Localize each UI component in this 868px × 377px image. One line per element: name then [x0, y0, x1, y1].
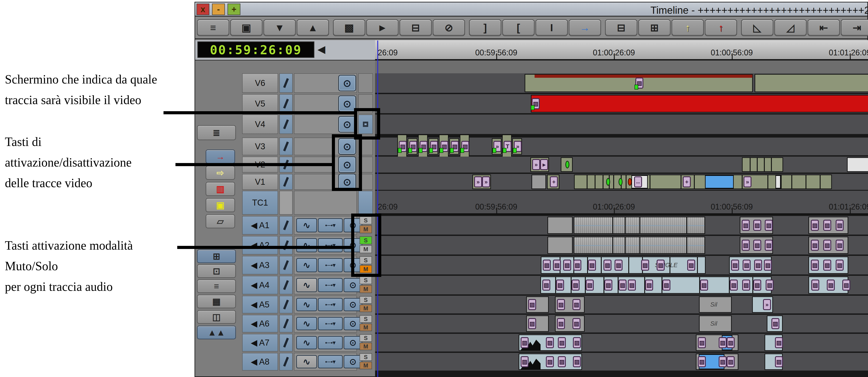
- track-name-A1[interactable]: ◀ A1: [242, 216, 278, 234]
- effect-icon[interactable]: ▨: [557, 299, 565, 310]
- timeline-clip[interactable]: ▨: [460, 134, 469, 158]
- effect-icon[interactable]: ▨: [556, 280, 564, 291]
- effect-icon[interactable]: ▨: [698, 356, 706, 367]
- solo-button-A4[interactable]: S: [360, 276, 372, 284]
- effect-icon[interactable]: ▨: [528, 299, 536, 310]
- automation-gain-button-A4[interactable]: ▪─▪▾: [318, 278, 343, 292]
- timeline-ruler[interactable]: 26:0900:59:56:0901:00:26:0901:00:56:0901…: [375, 40, 868, 60]
- effect-icon[interactable]: ▨: [823, 220, 831, 231]
- effect-icon[interactable]: ▨: [430, 141, 438, 152]
- effect-icon[interactable]: ▨: [842, 280, 850, 291]
- track-lane-A2[interactable]: ▨▨▨▨▨▨: [375, 236, 868, 254]
- effect-icon[interactable]: ▨: [753, 220, 761, 231]
- step-up-button[interactable]: ▲: [297, 19, 329, 36]
- track-lane-V4[interactable]: [375, 115, 868, 134]
- effect-icon[interactable]: ▨: [532, 98, 540, 109]
- timeline-clip[interactable]: ▨: [525, 74, 753, 92]
- waveform-button-A8[interactable]: ∿: [296, 355, 317, 368]
- track-patch-cell-A4[interactable]: [279, 276, 293, 294]
- track-name-V5[interactable]: V5: [242, 94, 278, 113]
- timeline-clip[interactable]: ▨▨: [555, 315, 585, 332]
- track-name-A2[interactable]: ◀ A2: [242, 236, 278, 254]
- track-name-V6[interactable]: V6: [242, 73, 278, 93]
- effect-icon[interactable]: ▨: [451, 141, 459, 152]
- waveform-button-A2[interactable]: ∿: [296, 238, 317, 252]
- timecode-marker-icon[interactable]: ◀: [317, 43, 325, 55]
- track-patch-cell-V3[interactable]: [279, 137, 293, 155]
- timeline-clip[interactable]: ▨: [526, 296, 549, 313]
- effect-icon[interactable]: ▨: [641, 260, 649, 271]
- effect-icon[interactable]: ▨: [521, 337, 529, 348]
- timeline-clip[interactable]: ▨▨▨: [808, 217, 848, 234]
- track-name-V3[interactable]: V3: [242, 137, 278, 155]
- track-patch-cell-V5[interactable]: [279, 94, 293, 113]
- clip-color-button[interactable]: ▣: [206, 198, 235, 212]
- track-lane-A1[interactable]: ▨▨▨▨▨▨: [375, 216, 868, 234]
- timeline-clip[interactable]: ▨: [531, 95, 868, 113]
- effect-icon[interactable]: ▨: [731, 260, 739, 271]
- effect-icon[interactable]: ▨: [558, 337, 566, 348]
- effect-icon[interactable]: ↔: [634, 176, 642, 187]
- timeline-clip[interactable]: ▨: [397, 134, 407, 158]
- track-sliders-button[interactable]: ≡: [197, 279, 236, 293]
- timeline-clip[interactable]: ▨▨▨: [696, 335, 738, 351]
- effect-icon[interactable]: ▨: [811, 220, 819, 231]
- effect-icon[interactable]: ▨: [742, 220, 750, 231]
- effect-icon[interactable]: ▨: [546, 356, 554, 367]
- automation-gain-button-A3[interactable]: ▪─▪▾: [318, 258, 343, 272]
- effect-icon[interactable]: ▨: [619, 280, 626, 291]
- focus-button[interactable]: ▣: [230, 19, 262, 36]
- track-lane-A5[interactable]: ▨▨▨Sil»: [375, 296, 868, 313]
- master-timecode-display[interactable]: 00:59:26:09: [197, 41, 314, 58]
- waveform-button-A1[interactable]: ∿: [296, 218, 317, 232]
- effect-icon[interactable]: »: [482, 176, 490, 187]
- keyframe-marker[interactable]: [619, 178, 623, 186]
- track-name-A7[interactable]: ◀ A7: [242, 334, 278, 351]
- timeline-clip[interactable]: ▨: [765, 335, 783, 351]
- track-name-A4[interactable]: ◀ A4: [242, 276, 278, 294]
- effect-icon[interactable]: +: [683, 176, 691, 187]
- lift-button[interactable]: ↑: [672, 19, 704, 36]
- mute-button-A8[interactable]: M: [360, 362, 372, 369]
- title-bar[interactable]: x-+ Timeline - +++++++++++++++++++++++++…: [195, 2, 867, 17]
- timeline-clip[interactable]: +: [547, 175, 559, 189]
- effect-icon[interactable]: ▨: [836, 220, 844, 231]
- track-enable-button-V5[interactable]: ⊙: [338, 95, 356, 112]
- timeline-clip[interactable]: ▨▨: [555, 296, 585, 313]
- effect-icon[interactable]: ▨: [615, 260, 623, 271]
- effect-icon[interactable]: ▨: [586, 280, 594, 291]
- timeline-clip[interactable]: ▨▨▨: [740, 217, 773, 234]
- effect-icon[interactable]: ▨: [440, 141, 448, 152]
- timeline-clip[interactable]: ▨: [767, 315, 783, 332]
- track-lane-A6[interactable]: ▨▨▨Sil▨: [375, 315, 868, 333]
- playhead-position-indicator[interactable]: [377, 40, 378, 377]
- timeline-fast-menu-button[interactable]: ≣: [197, 125, 236, 140]
- effect-icon[interactable]: ▨: [563, 260, 571, 271]
- effect-icon[interactable]: ▨: [574, 260, 581, 271]
- effect-icon[interactable]: ▨: [743, 260, 751, 271]
- effect-icon[interactable]: ▨: [558, 356, 566, 367]
- timeline-clip[interactable]: »▸: [530, 157, 549, 172]
- dashed-box-button[interactable]: ▱: [206, 214, 235, 228]
- timeline-clip[interactable]: [742, 157, 783, 172]
- track-enable-button-V6[interactable]: ⊙: [338, 75, 356, 91]
- effect-icon[interactable]: »: [514, 141, 522, 152]
- track-name-V4[interactable]: V4: [242, 115, 278, 134]
- timeline-clip[interactable]: ▨▨▨: [696, 353, 738, 370]
- close-button[interactable]: x: [196, 4, 209, 15]
- effect-icon[interactable]: ▨: [753, 280, 761, 291]
- effect-icon[interactable]: ▨: [662, 280, 671, 291]
- automation-gain-button-A7[interactable]: ▪─▪▾: [318, 336, 343, 349]
- effect-icon[interactable]: ▨: [543, 260, 551, 271]
- track-patch-cell-A6[interactable]: [279, 315, 293, 333]
- timeline-clip[interactable]: ▨▨▨▨: [519, 335, 582, 351]
- track-name-TC1[interactable]: TC1: [242, 191, 278, 215]
- zoom-button[interactable]: +: [227, 4, 240, 15]
- segment-lift-overwrite-button[interactable]: →: [206, 150, 235, 164]
- timeline-clip[interactable]: ▨: [429, 138, 438, 155]
- track-patch-cell-V6[interactable]: [279, 73, 293, 93]
- effect-icon[interactable]: ▨: [727, 337, 735, 348]
- timeline-clip[interactable]: ▨▨▨▨: [729, 256, 772, 274]
- track-patch-cell-A2[interactable]: [279, 236, 293, 254]
- mute-button-A6[interactable]: M: [360, 324, 372, 331]
